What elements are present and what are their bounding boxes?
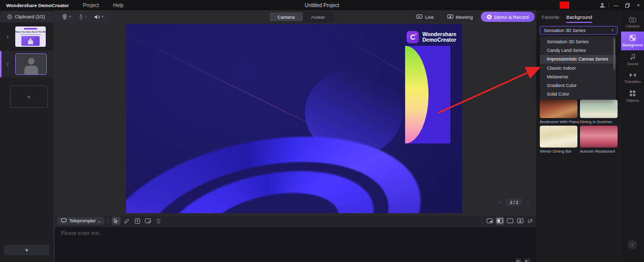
transition-icon (629, 72, 636, 78)
live-button[interactable]: Live (411, 12, 439, 22)
rail-label: Sound (627, 62, 638, 66)
live-icon (416, 14, 422, 19)
demo-record-button[interactable]: Demo & Record (481, 12, 535, 22)
user-account-button[interactable] (597, 0, 607, 10)
rail-label: Objects (626, 98, 639, 103)
slide1-title-text: Share Your Idea, Dazzle The World (15, 31, 46, 33)
slide-item-2-selected[interactable]: 2 (0, 51, 53, 77)
select-tool-button[interactable] (112, 217, 120, 225)
layout-fullscreen-button[interactable] (506, 217, 514, 225)
menu-project[interactable]: Project (83, 3, 99, 8)
layout-toolbar (483, 216, 537, 226)
prev-page-button[interactable]: ‹ (496, 198, 504, 206)
minimize-button[interactable]: — (610, 0, 622, 10)
rail-item-background[interactable]: Background (621, 32, 644, 50)
background-item[interactable]: Winter Dining Bar (540, 126, 577, 154)
tab-avatar[interactable]: Avatar (303, 12, 333, 21)
objects-grid-icon (629, 90, 636, 97)
layout-side-button[interactable] (496, 217, 504, 225)
add-slide-dropzone[interactable]: + (10, 85, 48, 108)
presenter-body (28, 40, 33, 44)
workspace: ▾ ▾ ▾ Camera Avatar Live Meeting (53, 10, 536, 262)
teleprompter-text-panel: A⁺ A⁻ (55, 227, 537, 262)
text-tool-button[interactable] (133, 217, 142, 225)
background-label: Dining in Summer (580, 120, 618, 124)
rail-item-camera[interactable]: Camera (621, 13, 644, 32)
decor-swirl-art (126, 93, 462, 213)
tab-camera[interactable]: Camera (269, 12, 303, 21)
dropdown-option[interactable]: Gradient Color (540, 81, 616, 90)
menu-help[interactable]: Help (113, 3, 124, 8)
close-button[interactable]: × (633, 0, 644, 10)
trash-icon (156, 218, 161, 224)
font-increase-button[interactable]: A⁺ (515, 258, 522, 262)
clipboard-sidebar: Clipboard (2/2) 1 Share Your Idea, Dazzl… (0, 10, 53, 262)
dropdown-option[interactable]: Candy Land Series (540, 46, 616, 54)
background-thumbnail[interactable] (580, 126, 618, 148)
delete-tool-button[interactable] (155, 217, 163, 225)
series-selected-value: Sensation 3D Series (544, 28, 586, 33)
background-thumbnail[interactable] (540, 126, 577, 148)
next-page-button[interactable]: › (525, 198, 532, 206)
tab-favorite[interactable]: Favorite (542, 14, 559, 23)
democreator-logo-icon: C (407, 31, 419, 43)
slide1-subtitle-line (20, 34, 41, 35)
slide-thumbnail-2[interactable] (15, 53, 47, 75)
sticker-tool-button[interactable] (144, 217, 152, 225)
rail-item-transition[interactable]: Transition (621, 69, 644, 87)
meeting-button[interactable]: Meeting (442, 12, 478, 22)
layout-pip-button[interactable] (485, 217, 494, 225)
pencil-icon (124, 218, 130, 224)
collapse-panel-button[interactable]: › (628, 240, 637, 249)
background-panel: Favorite Background Sensation 3D Series … (536, 10, 621, 262)
dropdown-option[interactable]: Metaverse (540, 72, 616, 81)
titlebar: Wondershare DemoCreator Project Help Unt… (0, 0, 644, 10)
background-thumbnail[interactable] (580, 100, 618, 118)
webcam-selector[interactable]: ▾ (59, 14, 74, 20)
live-label: Live (425, 14, 434, 20)
clipboard-header-label: Clipboard (2/2) (15, 14, 45, 19)
device-toolbar: ▾ ▾ ▾ (55, 11, 110, 22)
mode-tabs: Camera Avatar (268, 11, 334, 22)
speaker-icon (94, 14, 100, 20)
teleprompter-dropdown[interactable]: Teleprompter ▴ (57, 217, 104, 225)
maximize-button[interactable] (622, 0, 633, 10)
avatar-silhouette-body (24, 66, 38, 75)
font-decrease-button[interactable]: A⁻ (524, 258, 530, 262)
series-dropdown[interactable]: Sensation 3D Series ▾ (540, 26, 618, 35)
preview-canvas[interactable]: C Wondershare DemoCreator (126, 24, 462, 213)
caret-down-icon: ▾ (85, 15, 87, 19)
dropdown-option[interactable]: Sensation 3D Series (540, 37, 616, 46)
dropdown-option[interactable]: Solid Color (540, 90, 616, 99)
background-item[interactable]: Bookroom With Piano (540, 100, 577, 124)
speaker-selector[interactable]: ▾ (91, 14, 106, 20)
page-navigation: ‹ 2 / 2 › (496, 198, 532, 206)
brand-logo: C Wondershare DemoCreator (407, 31, 456, 43)
slide-item-1[interactable]: 1 Share Your Idea, Dazzle The World (0, 24, 53, 49)
rail-label: Camera (626, 24, 639, 28)
background-item[interactable]: Autumn Restaurant (580, 126, 618, 154)
rail-item-sound[interactable]: Sound (621, 50, 644, 69)
microphone-selector[interactable]: ▾ (76, 14, 90, 20)
rail-item-objects[interactable]: Objects (621, 87, 644, 106)
dropdown-scrollbar[interactable] (614, 38, 615, 70)
teleprompter-text-input[interactable] (55, 227, 537, 256)
speech-bubble-icon (61, 218, 67, 223)
action-buttons: Live Meeting Demo & Record (411, 11, 535, 22)
demo-record-label: Demo & Record (494, 14, 529, 20)
series-dropdown-menu: Sensation 3D Series Candy Land Series Im… (540, 36, 616, 100)
background-label: Bookroom With Piano (540, 120, 577, 124)
pen-tool-button[interactable] (122, 217, 131, 225)
add-slide-button[interactable]: + (4, 245, 49, 255)
clipboard-header[interactable]: Clipboard (2/2) (0, 11, 53, 22)
background-item[interactable]: Dining in Summer (580, 100, 618, 124)
logo-dot (415, 33, 417, 35)
dropdown-option-highlighted[interactable]: Impressionistic Canvas Series (540, 55, 616, 64)
layout-avatar-only-button[interactable] (516, 217, 525, 225)
slide-thumbnail-1[interactable]: Share Your Idea, Dazzle The World (15, 26, 46, 47)
tab-background[interactable]: Background (566, 14, 592, 23)
dropdown-option[interactable]: Classic Indoor (540, 64, 616, 72)
background-thumbnail[interactable] (540, 100, 577, 118)
rail-label: Transition (624, 79, 641, 84)
avatar-rotate-button[interactable] (526, 217, 535, 225)
